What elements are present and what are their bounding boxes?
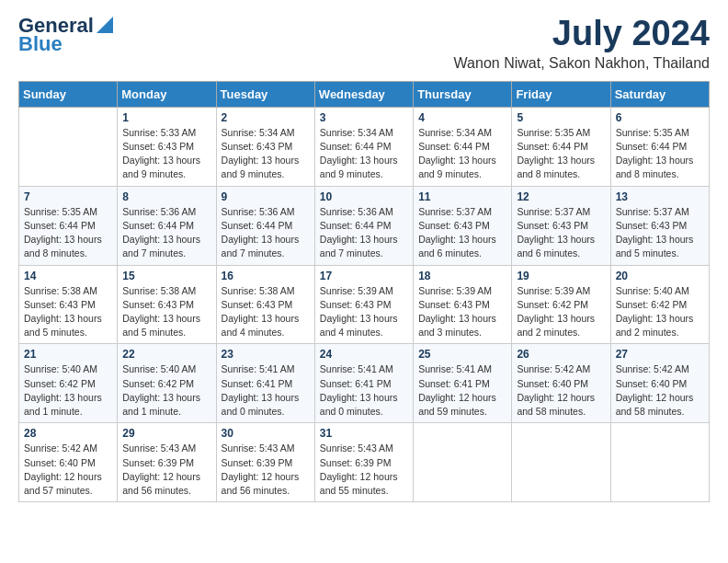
calendar-cell: 3Sunrise: 5:34 AMSunset: 6:44 PMDaylight… xyxy=(314,107,413,186)
day-number: 31 xyxy=(320,427,408,440)
cell-content: Sunrise: 5:36 AMSunset: 6:44 PMDaylight:… xyxy=(122,205,210,261)
calendar-cell: 11Sunrise: 5:37 AMSunset: 6:43 PMDayligh… xyxy=(414,186,512,265)
day-number: 1 xyxy=(122,111,210,124)
calendar-cell: 10Sunrise: 5:36 AMSunset: 6:44 PMDayligh… xyxy=(314,186,413,265)
calendar-body: 1Sunrise: 5:33 AMSunset: 6:43 PMDaylight… xyxy=(19,107,710,501)
calendar-cell: 9Sunrise: 5:36 AMSunset: 6:44 PMDaylight… xyxy=(216,186,314,265)
calendar-cell xyxy=(414,423,512,502)
calendar-cell: 15Sunrise: 5:38 AMSunset: 6:43 PMDayligh… xyxy=(118,265,216,344)
logo-icon xyxy=(97,17,113,33)
day-number: 10 xyxy=(320,190,408,203)
calendar-cell: 12Sunrise: 5:37 AMSunset: 6:43 PMDayligh… xyxy=(512,186,610,265)
cell-content: Sunrise: 5:43 AMSunset: 6:39 PMDaylight:… xyxy=(122,442,210,498)
cell-content: Sunrise: 5:35 AMSunset: 6:44 PMDaylight:… xyxy=(517,126,605,182)
location-subtitle: Wanon Niwat, Sakon Nakhon, Thailand xyxy=(454,55,710,72)
day-number: 7 xyxy=(24,190,112,203)
calendar-cell: 21Sunrise: 5:40 AMSunset: 6:42 PMDayligh… xyxy=(19,344,118,423)
cell-content: Sunrise: 5:34 AMSunset: 6:43 PMDaylight:… xyxy=(222,126,310,182)
calendar-cell: 26Sunrise: 5:42 AMSunset: 6:40 PMDayligh… xyxy=(512,344,610,423)
cell-content: Sunrise: 5:38 AMSunset: 6:43 PMDaylight:… xyxy=(222,284,310,340)
cell-content: Sunrise: 5:35 AMSunset: 6:44 PMDaylight:… xyxy=(616,126,704,182)
calendar-cell: 27Sunrise: 5:42 AMSunset: 6:40 PMDayligh… xyxy=(610,344,709,423)
day-number: 12 xyxy=(517,190,605,203)
calendar-week-1: 1Sunrise: 5:33 AMSunset: 6:43 PMDaylight… xyxy=(19,107,710,186)
calendar-cell: 25Sunrise: 5:41 AMSunset: 6:41 PMDayligh… xyxy=(414,344,512,423)
day-header-sunday: Sunday xyxy=(19,81,118,107)
calendar-cell: 14Sunrise: 5:38 AMSunset: 6:43 PMDayligh… xyxy=(19,265,118,344)
calendar-cell: 28Sunrise: 5:42 AMSunset: 6:40 PMDayligh… xyxy=(19,423,118,502)
month-year-title: July 2024 xyxy=(454,15,710,53)
svg-marker-0 xyxy=(97,17,113,33)
cell-content: Sunrise: 5:36 AMSunset: 6:44 PMDaylight:… xyxy=(222,205,310,261)
day-number: 20 xyxy=(616,270,704,282)
cell-content: Sunrise: 5:34 AMSunset: 6:44 PMDaylight:… xyxy=(418,126,506,182)
calendar-cell: 8Sunrise: 5:36 AMSunset: 6:44 PMDaylight… xyxy=(118,186,216,265)
calendar-table: SundayMondayTuesdayWednesdayThursdayFrid… xyxy=(18,81,710,502)
calendar-cell: 22Sunrise: 5:40 AMSunset: 6:42 PMDayligh… xyxy=(118,344,216,423)
day-number: 24 xyxy=(320,348,408,361)
calendar-cell: 18Sunrise: 5:39 AMSunset: 6:43 PMDayligh… xyxy=(414,265,512,344)
logo-blue-text: Blue xyxy=(18,34,63,54)
cell-content: Sunrise: 5:41 AMSunset: 6:41 PMDaylight:… xyxy=(222,362,310,419)
cell-content: Sunrise: 5:43 AMSunset: 6:39 PMDaylight:… xyxy=(320,442,408,498)
cell-content: Sunrise: 5:42 AMSunset: 6:40 PMDaylight:… xyxy=(616,362,704,419)
calendar-cell xyxy=(19,107,118,186)
calendar-cell xyxy=(512,423,610,502)
title-area: July 2024 Wanon Niwat, Sakon Nakhon, Tha… xyxy=(454,15,710,72)
cell-content: Sunrise: 5:40 AMSunset: 6:42 PMDaylight:… xyxy=(24,362,112,419)
day-header-monday: Monday xyxy=(118,81,216,107)
calendar-cell: 20Sunrise: 5:40 AMSunset: 6:42 PMDayligh… xyxy=(610,265,709,344)
day-number: 27 xyxy=(616,348,704,361)
calendar-cell: 13Sunrise: 5:37 AMSunset: 6:43 PMDayligh… xyxy=(610,186,709,265)
day-number: 19 xyxy=(517,270,605,282)
day-number: 13 xyxy=(616,190,704,203)
cell-content: Sunrise: 5:37 AMSunset: 6:43 PMDaylight:… xyxy=(418,205,506,261)
cell-content: Sunrise: 5:36 AMSunset: 6:44 PMDaylight:… xyxy=(320,205,408,261)
cell-content: Sunrise: 5:40 AMSunset: 6:42 PMDaylight:… xyxy=(616,284,704,340)
cell-content: Sunrise: 5:37 AMSunset: 6:43 PMDaylight:… xyxy=(616,205,704,261)
day-number: 17 xyxy=(320,270,408,282)
cell-content: Sunrise: 5:39 AMSunset: 6:43 PMDaylight:… xyxy=(320,284,408,340)
cell-content: Sunrise: 5:33 AMSunset: 6:43 PMDaylight:… xyxy=(122,126,210,182)
day-number: 26 xyxy=(517,348,605,361)
calendar-cell: 16Sunrise: 5:38 AMSunset: 6:43 PMDayligh… xyxy=(216,265,314,344)
day-number: 16 xyxy=(222,270,310,282)
calendar-cell: 2Sunrise: 5:34 AMSunset: 6:43 PMDaylight… xyxy=(216,107,314,186)
day-number: 2 xyxy=(222,111,310,124)
calendar-cell: 29Sunrise: 5:43 AMSunset: 6:39 PMDayligh… xyxy=(118,423,216,502)
day-number: 15 xyxy=(122,270,210,282)
day-number: 14 xyxy=(24,270,112,282)
calendar-cell: 23Sunrise: 5:41 AMSunset: 6:41 PMDayligh… xyxy=(216,344,314,423)
logo: General Blue xyxy=(18,15,113,54)
day-header-saturday: Saturday xyxy=(610,81,709,107)
page-header: General Blue July 2024 Wanon Niwat, Sako… xyxy=(18,15,710,72)
calendar-header-row: SundayMondayTuesdayWednesdayThursdayFrid… xyxy=(19,81,710,107)
calendar-cell: 7Sunrise: 5:35 AMSunset: 6:44 PMDaylight… xyxy=(19,186,118,265)
cell-content: Sunrise: 5:38 AMSunset: 6:43 PMDaylight:… xyxy=(24,284,112,340)
cell-content: Sunrise: 5:39 AMSunset: 6:43 PMDaylight:… xyxy=(418,284,506,340)
cell-content: Sunrise: 5:43 AMSunset: 6:39 PMDaylight:… xyxy=(222,442,310,498)
cell-content: Sunrise: 5:40 AMSunset: 6:42 PMDaylight:… xyxy=(122,362,210,419)
cell-content: Sunrise: 5:41 AMSunset: 6:41 PMDaylight:… xyxy=(320,362,408,419)
day-number: 5 xyxy=(517,111,605,124)
calendar-week-2: 7Sunrise: 5:35 AMSunset: 6:44 PMDaylight… xyxy=(19,186,710,265)
day-number: 18 xyxy=(418,270,506,282)
calendar-cell: 30Sunrise: 5:43 AMSunset: 6:39 PMDayligh… xyxy=(216,423,314,502)
day-number: 28 xyxy=(24,427,112,440)
day-number: 8 xyxy=(122,190,210,203)
day-header-thursday: Thursday xyxy=(414,81,512,107)
calendar-cell xyxy=(610,423,709,502)
cell-content: Sunrise: 5:34 AMSunset: 6:44 PMDaylight:… xyxy=(320,126,408,182)
calendar-cell: 1Sunrise: 5:33 AMSunset: 6:43 PMDaylight… xyxy=(118,107,216,186)
calendar-cell: 4Sunrise: 5:34 AMSunset: 6:44 PMDaylight… xyxy=(414,107,512,186)
day-number: 23 xyxy=(222,348,310,361)
cell-content: Sunrise: 5:38 AMSunset: 6:43 PMDaylight:… xyxy=(122,284,210,340)
calendar-week-4: 21Sunrise: 5:40 AMSunset: 6:42 PMDayligh… xyxy=(19,344,710,423)
calendar-cell: 6Sunrise: 5:35 AMSunset: 6:44 PMDaylight… xyxy=(610,107,709,186)
calendar-cell: 19Sunrise: 5:39 AMSunset: 6:42 PMDayligh… xyxy=(512,265,610,344)
day-number: 25 xyxy=(418,348,506,361)
day-number: 6 xyxy=(616,111,704,124)
calendar-week-5: 28Sunrise: 5:42 AMSunset: 6:40 PMDayligh… xyxy=(19,423,710,502)
day-header-friday: Friday xyxy=(512,81,610,107)
cell-content: Sunrise: 5:35 AMSunset: 6:44 PMDaylight:… xyxy=(24,205,112,261)
